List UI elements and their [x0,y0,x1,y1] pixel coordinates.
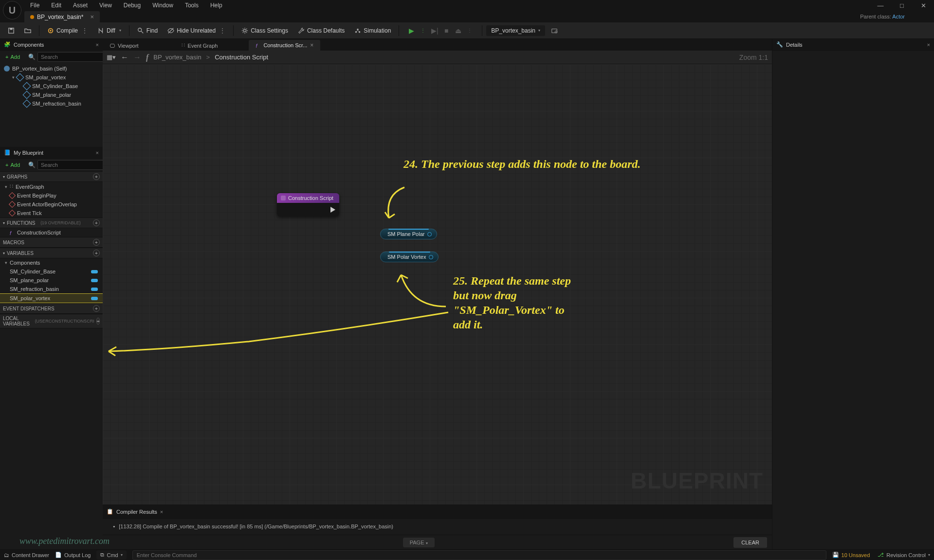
add-function-button[interactable]: + [93,219,100,226]
cmd-selector[interactable]: ⧉Cmd▾ [96,550,126,560]
node-sm-plane-polar[interactable]: SM Plane Polar [380,229,437,239]
add-component-button[interactable]: +Add [1,52,24,62]
main-tab[interactable]: BP_vortex_basin* × [24,11,100,22]
tree-item-self[interactable]: BP_vortex_basin (Self) [0,64,103,73]
close-tab-icon[interactable]: × [310,42,313,49]
clear-button[interactable]: CLEAR [733,537,767,548]
add-dispatcher-button[interactable]: + [93,305,100,312]
tree-item-refraction-basin[interactable]: SM_refraction_basin [0,99,103,108]
close-tab-icon[interactable]: × [90,13,94,20]
output-pin[interactable] [427,232,432,236]
menu-view[interactable]: View [93,0,118,10]
stop-button[interactable]: ■ [441,25,452,36]
menu-help[interactable]: Help [204,0,228,10]
section-local-variables[interactable]: LOCAL VARIABLES (USERCONSTRUCTIONSCRI+ [0,314,103,328]
window-minimize-icon[interactable]: — [870,0,891,11]
play-button[interactable]: ▶ [406,25,417,36]
tab-viewport[interactable]: 🖵Viewport [103,41,146,51]
tree-item-cylinder-base[interactable]: SM_Cylinder_Base [0,82,103,90]
graph-canvas[interactable]: Construction Script SM Plane Polar SM Po… [103,64,772,505]
svg-line-6 [168,28,174,33]
tab-constructionscript[interactable]: fConstruction Scr...× [249,40,320,51]
add-bp-button[interactable]: +Add [1,160,24,170]
tree-item-plane-polar[interactable]: SM_plane_polar [0,90,103,99]
locate-icon [551,27,558,34]
event-beginplay[interactable]: Event BeginPlay [0,191,103,200]
breadcrumb-root[interactable]: BP_vortex_basin [153,54,201,61]
grid-menu-icon[interactable]: ▦▾ [107,54,116,61]
output-pin[interactable] [429,255,433,259]
var-type-pill [91,279,98,282]
hide-unrelated-button[interactable]: Hide Unrelated⋮ [164,25,229,36]
node-construction-script[interactable]: Construction Script [277,193,339,217]
menu-edit[interactable]: Edit [45,0,67,10]
details-panel-header: 🔧 Details × [772,39,934,51]
event-actorbeginoverlap[interactable]: Event ActorBeginOverlap [0,200,103,209]
nav-forward-icon[interactable]: → [133,53,141,62]
close-panel-icon[interactable]: × [96,150,99,156]
browse-button[interactable] [20,25,35,36]
tab-eventgraph[interactable]: ∷Event Graph [175,40,225,51]
var-type-pill [91,288,98,291]
close-panel-icon[interactable]: × [96,42,99,48]
simulation-button[interactable]: Simulation [350,25,395,36]
class-defaults-button[interactable]: Class Defaults [294,25,348,36]
unsaved-button[interactable]: 💾10 Unsaved [832,552,870,558]
variables-components-group[interactable]: ▾Components [0,258,103,267]
svg-rect-1 [10,28,12,30]
find-button[interactable]: Find [133,25,162,36]
add-localvar-button[interactable]: + [96,318,100,325]
add-macro-button[interactable]: + [93,239,100,246]
menu-debug[interactable]: Debug [118,0,147,10]
menu-window[interactable]: Window [147,0,179,10]
close-panel-icon[interactable]: × [160,509,163,515]
output-log-button[interactable]: 📄Output Log [55,552,91,558]
section-functions[interactable]: ▾FUNCTIONS (19 OVERRIDABLE)+ [0,217,103,228]
play-options-button[interactable]: ⋮ [418,25,428,36]
page-button[interactable]: PAGE ▾ [403,538,435,547]
menu-asset[interactable]: Asset [67,0,93,10]
myblueprint-search-input[interactable] [37,160,111,170]
play-more-button[interactable]: ⋮ [464,25,475,36]
section-graphs[interactable]: ▾GRAPHS+ [0,171,103,182]
function-constructionscript[interactable]: fConstructionScript [0,228,103,237]
event-tick[interactable]: Event Tick [0,209,103,217]
window-close-icon[interactable]: ✕ [913,0,934,11]
center-panel: 🖵Viewport ∷Event Graph fConstruction Scr… [103,39,772,549]
menu-file[interactable]: File [24,0,45,10]
menu-tools[interactable]: Tools [179,0,204,10]
node-sm-polar-vortex[interactable]: SM Polar Vortex [380,252,439,262]
add-graph-button[interactable]: + [93,173,100,180]
blueprint-watermark: BLUEPRINT [631,468,763,494]
var-polar-vortex[interactable]: SM_polar_vortex [0,293,103,303]
close-panel-icon[interactable]: × [927,42,930,48]
add-variable-button[interactable]: + [93,250,100,256]
var-plane-polar[interactable]: SM_plane_polar [0,276,103,285]
eject-button[interactable]: ⏏ [453,25,463,36]
locate-button[interactable] [547,25,562,36]
wrench-icon [298,27,305,34]
console-input[interactable] [132,550,826,560]
annotation-25: 25. Repeat the same step but now drag "S… [453,273,580,332]
tree-item-polar-vortex[interactable]: ▾SM_polar_vortex [0,73,103,82]
bp-icon [30,15,34,19]
section-event-dispatchers[interactable]: EVENT DISPATCHERS+ [0,303,103,314]
section-variables[interactable]: ▾VARIABLES+ [0,248,103,258]
var-cylinder-base[interactable]: SM_Cylinder_Base [0,267,103,276]
diff-button[interactable]: Diff▾ [93,25,125,36]
var-refraction-basin[interactable]: SM_refraction_basin [0,285,103,293]
compile-button[interactable]: Compile⋮ [43,25,92,36]
revision-control-button[interactable]: ⎇Revision Control▾ [878,552,930,558]
save-button[interactable] [4,25,18,36]
section-macros[interactable]: MACROS+ [0,237,103,248]
graph-eventgraph[interactable]: ▾∷EventGraph [0,182,103,191]
window-maximize-icon[interactable]: □ [891,0,913,11]
skip-button[interactable]: ▶| [429,25,440,36]
debug-object-select[interactable]: BP_vortex_basin▾ [486,25,545,36]
parent-class-link[interactable]: Actor [892,14,905,19]
nav-back-icon[interactable]: ← [121,53,128,62]
content-drawer-button[interactable]: 🗂Content Drawer [4,552,49,558]
exec-out-pin[interactable] [330,207,335,213]
components-search-input[interactable] [37,52,111,62]
class-settings-button[interactable]: Class Settings [238,25,292,36]
